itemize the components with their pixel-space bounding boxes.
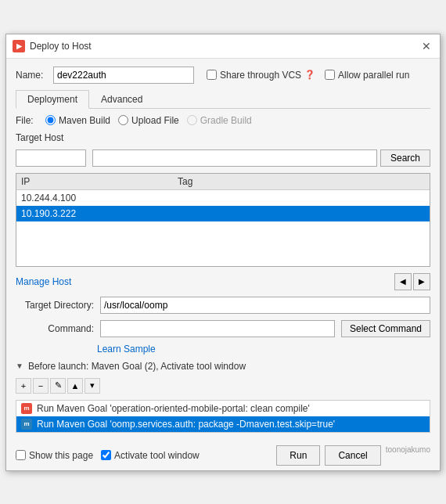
nav-buttons: ◀ ▶ <box>394 273 430 290</box>
add-button[interactable]: + <box>16 378 31 394</box>
allow-parallel-label: Allow parallel run <box>338 70 409 81</box>
watermark: toonojakumo <box>386 445 430 466</box>
collapse-icon[interactable]: ▼ <box>16 362 23 370</box>
row-ip-1: 10.244.4.100 <box>21 193 178 203</box>
col-tag: Tag <box>178 176 425 187</box>
move-down-button[interactable]: ▾ <box>85 378 100 394</box>
close-button[interactable]: ✕ <box>419 39 433 53</box>
launch-item-1[interactable]: m Run Maven Goal 'operation-oriented-mob… <box>16 401 430 416</box>
target-dir-label: Target Directory: <box>16 300 94 311</box>
row-tag-2 <box>178 208 425 219</box>
learn-sample-link[interactable]: Learn Sample <box>97 344 156 355</box>
command-row: Command: Select Command <box>16 320 430 337</box>
allow-parallel-checkbox[interactable]: Allow parallel run <box>325 70 409 81</box>
launch-item-1-text: Run Maven Goal 'operation-oriented-mobil… <box>37 403 310 414</box>
activate-window-label: Activate tool window <box>114 450 200 461</box>
table-row[interactable]: 10.244.4.100 <box>16 190 430 206</box>
file-label: File: <box>16 115 38 126</box>
prev-button[interactable]: ◀ <box>394 273 412 290</box>
cancel-button[interactable]: Cancel <box>325 445 380 466</box>
target-host-row: Search <box>16 149 430 167</box>
target-host-section-label: Target Host <box>16 132 430 143</box>
share-vcs-label: Share through VCS <box>220 70 301 81</box>
dialog-title: Deploy to Host <box>30 41 92 52</box>
deploy-dialog: ▶ Deploy to Host ✕ Name: Share through V… <box>5 34 441 471</box>
upload-file-radio[interactable]: Upload File <box>118 115 179 126</box>
launch-item-2-text: Run Maven Goal 'oomp.services.auth: pack… <box>37 419 335 430</box>
upload-file-label: Upload File <box>131 115 179 126</box>
run-button[interactable]: Run <box>276 445 320 466</box>
dialog-content: Name: Share through VCS ❓ Allow parallel… <box>6 59 440 441</box>
table-row[interactable]: 10.190.3.222 <box>16 206 430 221</box>
move-up-button[interactable]: ▲ <box>67 378 83 394</box>
table-header: IP Tag <box>16 174 430 190</box>
before-launch-header: ▼ Before launch: Maven Goal (2), Activat… <box>16 361 430 372</box>
next-button[interactable]: ▶ <box>413 273 430 290</box>
launch-icon-2: m <box>21 419 32 430</box>
select-command-button[interactable]: Select Command <box>341 320 430 337</box>
show-page-label: Show this page <box>29 450 93 461</box>
maven-build-label: Maven Build <box>59 115 110 126</box>
gradle-build-radio[interactable]: Gradle Build <box>187 115 252 126</box>
file-row: File: Maven Build Upload File Gradle Bui… <box>16 115 430 126</box>
title-bar-left: ▶ Deploy to Host <box>13 40 92 52</box>
launch-icon-1: m <box>21 403 32 414</box>
show-page-checkbox[interactable]: Show this page <box>16 450 93 461</box>
host-dropdown[interactable] <box>16 149 86 167</box>
tabs-row: Deployment Advanced <box>16 90 430 109</box>
launch-toolbar: + − ✎ ▲ ▾ <box>16 378 430 394</box>
maven-build-radio[interactable]: Maven Build <box>45 115 110 126</box>
target-directory-row: Target Directory: <box>16 297 430 314</box>
row-ip-2: 10.190.3.222 <box>21 208 178 219</box>
edit-button[interactable]: ✎ <box>50 378 66 394</box>
command-input[interactable] <box>100 320 335 337</box>
share-vcs-checkbox[interactable]: Share through VCS ❓ <box>207 70 315 81</box>
tab-advanced[interactable]: Advanced <box>89 90 154 109</box>
checkboxes-group: Share through VCS ❓ Allow parallel run <box>207 70 409 81</box>
gradle-build-label: Gradle Build <box>200 115 252 126</box>
activate-window-checkbox[interactable]: Activate tool window <box>101 450 200 461</box>
name-input[interactable] <box>53 67 194 84</box>
launch-list: m Run Maven Goal 'operation-oriented-mob… <box>16 400 430 433</box>
search-button[interactable]: Search <box>380 149 430 167</box>
dialog-icon: ▶ <box>13 40 25 52</box>
host-table: IP Tag 10.244.4.100 10.190.3.222 <box>16 173 430 267</box>
col-ip: IP <box>21 176 178 187</box>
tab-deployment[interactable]: Deployment <box>16 90 89 109</box>
row-tag-1 <box>178 193 425 203</box>
manage-row: Manage Host ◀ ▶ <box>16 273 430 290</box>
title-bar: ▶ Deploy to Host ✕ <box>6 34 440 59</box>
host-text-input[interactable] <box>92 149 377 167</box>
manage-host-link[interactable]: Manage Host <box>16 276 71 287</box>
bottom-row: Show this page Activate tool window Run … <box>6 441 440 470</box>
name-label: Name: <box>16 70 47 81</box>
launch-item-2[interactable]: m Run Maven Goal 'oomp.services.auth: pa… <box>16 416 430 432</box>
remove-button[interactable]: − <box>33 378 49 394</box>
command-label: Command: <box>16 323 94 334</box>
buttons-row: Run Cancel toonojakumo <box>276 445 430 466</box>
before-launch-label: Before launch: Maven Goal (2), Activate … <box>28 361 246 372</box>
target-dir-input[interactable] <box>100 297 430 314</box>
